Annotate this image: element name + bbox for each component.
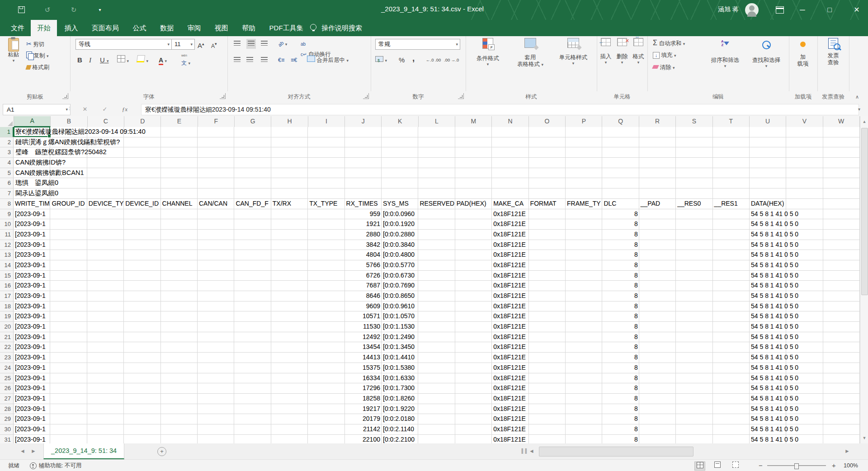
- cell[interactable]: 54 5 8 1 41 0 5 0: [750, 322, 786, 332]
- row-header-14[interactable]: 14: [0, 260, 14, 270]
- row-body[interactable]: [2023-09-15766[0:0:0.57700x18F121E854 5 …: [14, 260, 860, 270]
- format-cells-button[interactable]: ↔ 格式 ▾: [630, 38, 646, 65]
- row-header-23[interactable]: 23: [0, 353, 14, 363]
- percent-style-button[interactable]: %: [399, 55, 405, 65]
- cell[interactable]: 8: [602, 260, 639, 270]
- cell[interactable]: 0x18F121E: [492, 322, 528, 332]
- row-body[interactable]: [2023-09-117296[0:0:1.73000x18F121E854 5…: [14, 383, 860, 393]
- format-as-table-button[interactable]: 套用表格格式 ▾: [510, 38, 551, 68]
- phonetic-guide-button[interactable]: wén文 ▾: [181, 53, 190, 63]
- vertical-scroll-thumb[interactable]: [861, 128, 868, 295]
- cell[interactable]: 0x18F121E: [492, 230, 528, 240]
- cell[interactable]: 0x18F121E: [492, 281, 528, 291]
- cell[interactable]: 0x18F121E: [492, 311, 528, 321]
- cell[interactable]: 0x18F121E: [492, 394, 528, 404]
- cell[interactable]: 0x18F121E: [492, 291, 528, 301]
- cell[interactable]: 8646: [345, 291, 382, 301]
- cell[interactable]: 8: [602, 281, 639, 291]
- merge-center-button[interactable]: 合并后居中 ▾: [307, 55, 349, 65]
- cell[interactable]: 0x18F121E: [492, 342, 528, 352]
- paste-button[interactable]: 粘贴 ▾: [4, 38, 24, 63]
- cell[interactable]: DEVICE_ID: [124, 199, 160, 209]
- bold-button[interactable]: B: [77, 55, 82, 65]
- cell[interactable]: [0:0:0.7690: [382, 281, 418, 291]
- scroll-down-icon[interactable]: ▼: [860, 433, 868, 443]
- cell[interactable]: 54 5 8 1 41 0 5 0: [750, 394, 786, 404]
- cell[interactable]: 8: [602, 373, 639, 383]
- row-body[interactable]: [2023-09-16726[0:0:0.67300x18F121E854 5 …: [14, 271, 860, 281]
- cell[interactable]: 5766: [345, 260, 382, 270]
- cell[interactable]: 2880: [345, 230, 382, 240]
- row-body[interactable]: [2023-09-122100[0:0:2.21000x18F121E854 5…: [14, 435, 860, 443]
- column-header-U[interactable]: U: [750, 116, 786, 127]
- new-sheet-button[interactable]: +: [157, 447, 166, 456]
- cell[interactable]: 8: [602, 414, 639, 424]
- tab-2[interactable]: 插入: [58, 20, 84, 36]
- column-header-B[interactable]: B: [51, 116, 87, 127]
- column-header-H[interactable]: H: [271, 116, 308, 127]
- font-dialog-launcher[interactable]: [220, 93, 226, 99]
- autosum-button[interactable]: Σ 自动求和 ▾: [653, 38, 685, 48]
- row-body[interactable]: 鏈哄瀷浠ｇ爜AN鍨嬪伐鏋勬荤粯锛?: [14, 137, 860, 147]
- cell[interactable]: SYS_MS: [382, 199, 418, 209]
- cell[interactable]: 54 5 8 1 41 0 5 0: [750, 414, 786, 424]
- row-header-5[interactable]: 5: [0, 168, 14, 178]
- cell[interactable]: RX_TIMES: [345, 199, 382, 209]
- row-header-8[interactable]: 8: [0, 199, 14, 209]
- row-header-20[interactable]: 20: [0, 322, 14, 332]
- maximize-button[interactable]: □: [819, 0, 840, 20]
- cell[interactable]: 0x18F121E: [492, 435, 528, 443]
- collapse-ribbon-button[interactable]: ∧: [853, 92, 862, 101]
- cell[interactable]: 8: [602, 301, 639, 311]
- row-body[interactable]: [2023-09-19609[0:0:0.96100x18F121E854 5 …: [14, 301, 860, 311]
- cell[interactable]: [2023-09-1: [14, 363, 50, 373]
- tell-me-search[interactable]: 操作说明搜索: [321, 20, 362, 36]
- tab-8[interactable]: 帮助: [236, 20, 262, 36]
- cell[interactable]: 8: [602, 209, 639, 219]
- cell[interactable]: [2023-09-1: [14, 219, 50, 229]
- column-header-I[interactable]: I: [308, 116, 345, 127]
- normal-view-button[interactable]: [694, 462, 705, 471]
- cell[interactable]: 54 5 8 1 41 0 5 0: [750, 291, 786, 301]
- cell[interactable]: 54 5 8 1 41 0 5 0: [750, 363, 786, 373]
- cell[interactable]: 0x18F121E: [492, 424, 528, 434]
- cell[interactable]: 8: [602, 219, 639, 229]
- cell[interactable]: __RES1: [713, 199, 750, 209]
- cell[interactable]: [0:0:0.4800: [382, 250, 418, 260]
- row-body[interactable]: 璧峰 鏃堕棿鏍囧洜锛?250482: [14, 147, 860, 157]
- cell[interactable]: [2023-09-1: [14, 404, 50, 414]
- cell[interactable]: CAN_FD_F: [234, 199, 271, 209]
- wrap-text-button[interactable]: abc↵ 自动换行: [301, 39, 331, 49]
- cell[interactable]: CAN/CAN: [198, 199, 234, 209]
- cell[interactable]: 16334: [345, 373, 382, 383]
- cell[interactable]: 8: [602, 332, 639, 342]
- page-break-view-button[interactable]: [731, 462, 741, 470]
- cell[interactable]: __RES0: [676, 199, 712, 209]
- hscroll-splitter[interactable]: ▐▐: [520, 448, 527, 453]
- cell[interactable]: 0x18F121E: [492, 250, 528, 260]
- row-body[interactable]: [2023-09-18646[0:0:0.86500x18F121E854 5 …: [14, 291, 860, 301]
- qat-customize-button[interactable]: ▾: [95, 5, 105, 14]
- column-header-R[interactable]: R: [639, 116, 676, 127]
- cell[interactable]: RESERVED: [418, 199, 455, 209]
- align-middle-button[interactable]: [246, 39, 256, 49]
- row-header-25[interactable]: 25: [0, 373, 14, 383]
- delete-cells-button[interactable]: ✕ 删除 ▾: [614, 38, 630, 65]
- cell[interactable]: [0:0:0.5770: [382, 260, 418, 270]
- row-body[interactable]: [2023-09-11921[0:0:0.19200x18F121E854 5 …: [14, 219, 860, 229]
- cancel-icon[interactable]: ✕: [80, 104, 90, 114]
- find-select-button[interactable]: 查找和选择 ▾: [746, 38, 787, 68]
- name-box[interactable]: A1▾: [3, 104, 71, 115]
- cell[interactable]: 0x18F121E: [492, 363, 528, 373]
- cell[interactable]: [0:0:0.3840: [382, 240, 418, 250]
- cell[interactable]: 0x18F121E: [492, 301, 528, 311]
- column-header-M[interactable]: M: [455, 116, 492, 127]
- cell[interactable]: [2023-09-1: [14, 291, 50, 301]
- cell[interactable]: TX_TYPE: [308, 199, 344, 209]
- cell[interactable]: 54 5 8 1 41 0 5 0: [750, 230, 786, 240]
- cell[interactable]: [0:0:0.9610: [382, 301, 418, 311]
- cell[interactable]: [2023-09-1: [14, 424, 50, 434]
- cell[interactable]: 54 5 8 1 41 0 5 0: [750, 311, 786, 321]
- font-family-combobox[interactable]: 等线▾: [75, 39, 172, 50]
- cell[interactable]: 0x18F121E: [492, 209, 528, 219]
